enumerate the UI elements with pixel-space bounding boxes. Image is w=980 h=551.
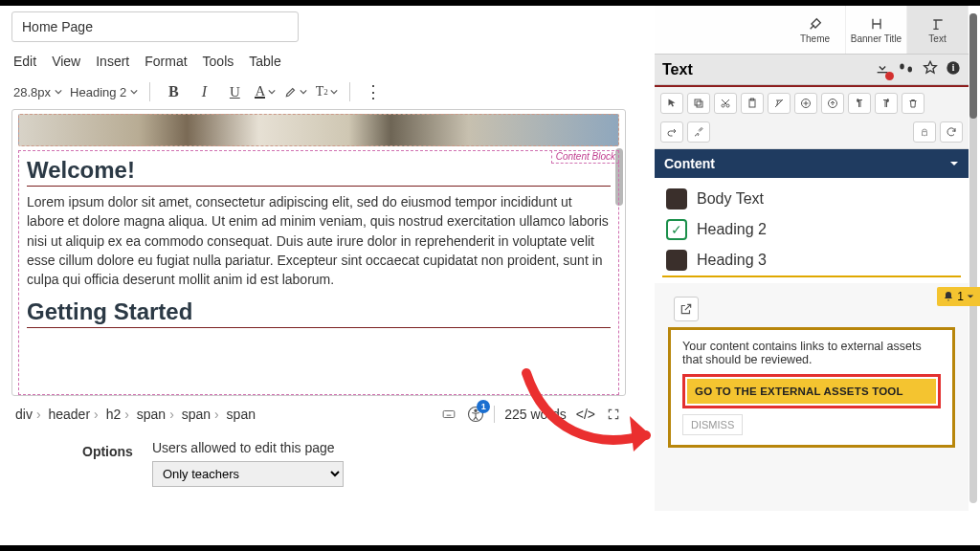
menu-tools[interactable]: Tools — [203, 54, 234, 69]
block-format-select[interactable]: Heading 2 — [70, 85, 138, 99]
pointer-icon[interactable] — [660, 93, 683, 114]
menu-table[interactable]: Table — [249, 54, 280, 69]
copy-icon[interactable] — [687, 93, 710, 114]
body-paragraph[interactable]: Lorem ipsum dolor sit amet, consectetur … — [27, 192, 611, 289]
move-up-icon[interactable] — [821, 93, 844, 114]
sidebar-scrollbar[interactable] — [969, 13, 977, 503]
keyboard-icon[interactable] — [440, 406, 457, 423]
text-block-icon — [666, 188, 687, 209]
menu-insert[interactable]: Insert — [96, 54, 129, 69]
clear-format-icon[interactable] — [768, 93, 791, 114]
svg-text:i: i — [952, 63, 955, 73]
editor-canvas[interactable]: Content Block Welcome! Lorem ipsum dolor… — [11, 109, 626, 396]
content-block[interactable]: Content Block Welcome! Lorem ipsum dolor… — [18, 150, 619, 395]
heading-getting-started[interactable]: Getting Started — [27, 298, 611, 328]
highlight-button[interactable] — [284, 80, 307, 103]
external-link-icon[interactable] — [674, 297, 699, 321]
options-heading: Users allowed to edit this page — [152, 440, 344, 455]
para-ltr-icon[interactable] — [848, 93, 871, 114]
more-toolbar-button[interactable]: ⋮ — [362, 80, 385, 103]
notification-bell[interactable]: 1 — [937, 287, 980, 306]
fullscreen-icon[interactable] — [605, 406, 622, 423]
brush-icon[interactable] — [687, 121, 710, 143]
superscript-button[interactable]: T2 — [315, 80, 338, 103]
editor-toolbar: 28.8px Heading 2 B I U A T2 ⋮ — [6, 77, 632, 109]
underline-button[interactable]: U — [223, 80, 246, 103]
edit-permissions-select[interactable]: Only teachers — [152, 461, 344, 487]
menu-view[interactable]: View — [52, 54, 80, 69]
star-icon[interactable] — [923, 60, 938, 78]
svg-point-16 — [925, 131, 926, 132]
text-block-icon — [666, 250, 687, 271]
cut-icon[interactable] — [714, 93, 737, 114]
svg-point-3 — [900, 64, 904, 70]
font-size-select[interactable]: 28.8px — [13, 85, 62, 99]
svg-rect-0 — [443, 411, 455, 418]
go-to-external-assets-button[interactable]: GO TO THE EXTERNAL ASSETS TOOL — [682, 374, 941, 408]
paste-icon[interactable] — [741, 93, 764, 114]
tab-text[interactable]: Text — [907, 6, 969, 54]
tab-theme[interactable]: Theme — [785, 6, 846, 54]
content-section-header[interactable]: Content — [655, 149, 969, 178]
heading-welcome[interactable]: Welcome! — [27, 157, 611, 187]
accessibility-checker-icon[interactable]: 1 — [467, 406, 484, 423]
svg-rect-7 — [697, 101, 702, 107]
editor-menubar: Edit View Insert Format Tools Table — [6, 50, 632, 77]
content-item-heading-3[interactable]: Heading 3 — [662, 245, 961, 277]
external-assets-warning: Your content contains links to external … — [668, 327, 955, 448]
word-count: 225 words — [504, 407, 567, 422]
trash-icon[interactable] — [902, 93, 924, 114]
para-rtl-icon[interactable] — [875, 93, 898, 114]
sidebar-tabs: Theme Banner Title Text — [655, 6, 969, 54]
tab-banner-title[interactable]: Banner Title — [846, 6, 907, 54]
section-title: Text — [662, 61, 693, 78]
banner-image[interactable] — [18, 114, 619, 146]
footsteps-icon[interactable] — [898, 61, 915, 77]
refresh-icon[interactable] — [940, 121, 963, 143]
content-item-heading-2[interactable]: ✓ Heading 2 — [662, 214, 961, 245]
redo-icon[interactable] — [660, 121, 683, 143]
download-icon[interactable] — [875, 60, 890, 78]
ghost-icon[interactable] — [913, 121, 936, 143]
menu-edit[interactable]: Edit — [13, 54, 36, 69]
info-icon[interactable]: i — [946, 60, 961, 78]
svg-point-4 — [908, 67, 913, 73]
warning-message: Your content contains links to external … — [682, 340, 941, 366]
bold-button[interactable]: B — [162, 80, 185, 103]
check-icon: ✓ — [666, 219, 687, 240]
add-icon[interactable] — [794, 93, 817, 114]
content-item-body-text[interactable]: Body Text — [662, 184, 961, 214]
content-block-label: Content Block — [551, 150, 619, 164]
accessibility-badge: 1 — [477, 400, 490, 413]
text-color-button[interactable]: A — [254, 80, 277, 103]
menu-format[interactable]: Format — [145, 54, 187, 69]
element-path[interactable]: div› header› h2› span› span› span — [15, 407, 256, 422]
italic-button[interactable]: I — [192, 80, 215, 103]
svg-rect-8 — [695, 99, 701, 105]
svg-point-15 — [924, 131, 924, 132]
html-view-toggle[interactable]: </> — [576, 407, 595, 422]
page-title-input[interactable] — [11, 11, 299, 42]
text-tools-row — [655, 87, 969, 149]
dismiss-button[interactable]: DISMISS — [682, 414, 743, 435]
options-label: Options — [82, 440, 133, 459]
